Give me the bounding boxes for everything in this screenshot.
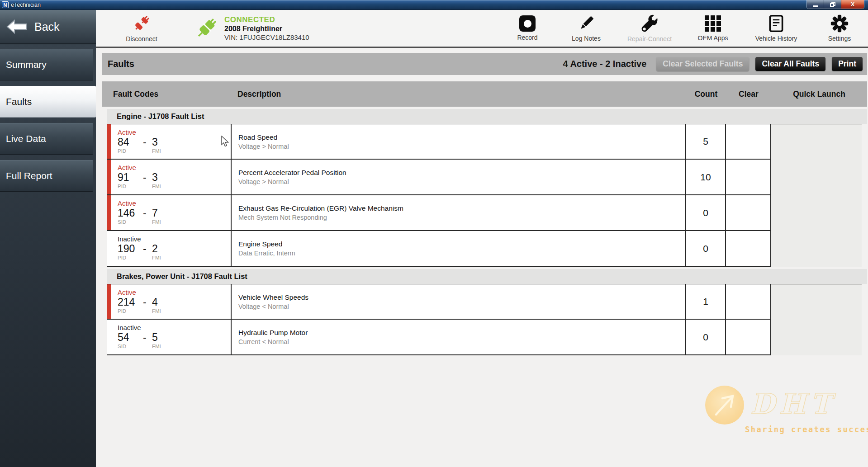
fault-status: Active — [118, 288, 231, 296]
sidebar: Back Summary Faults Live Data Full Repor… — [0, 10, 96, 467]
fault-description-cell: Road Speed Voltage > Normal — [232, 124, 686, 160]
fault-section-rows: Active 214 - 4 PID FMI Vehicle Wheel Spe… — [107, 284, 867, 355]
sidebar-nav: Summary Faults Live Data Full Report — [0, 49, 96, 192]
fault-code: 214 — [118, 296, 143, 308]
fault-status: Active — [118, 199, 231, 207]
repair-connect-button[interactable]: Repair-Connect — [616, 14, 683, 42]
fault-status: Active — [118, 128, 231, 136]
fault-description: Road Speed — [238, 133, 685, 142]
record-icon — [519, 15, 536, 32]
sidebar-item-live-data[interactable]: Live Data — [0, 123, 93, 155]
fault-code-cell: Active 214 - 4 PID FMI — [107, 284, 232, 320]
clear-all-faults-button[interactable]: Clear All Faults — [755, 57, 825, 71]
active-fault-bar — [107, 160, 111, 194]
fault-detail: Mech System Not Responding — [238, 214, 685, 221]
fmi-label: FMI — [152, 344, 161, 349]
close-button[interactable]: X — [841, 0, 864, 9]
column-header-description: Description — [232, 90, 686, 99]
fault-clear-cell[interactable] — [726, 320, 771, 355]
fault-clear-cell[interactable] — [726, 124, 771, 160]
sidebar-item-summary[interactable]: Summary — [0, 49, 93, 80]
fault-description: Engine Speed — [238, 240, 685, 248]
fmi-label: FMI — [152, 184, 161, 189]
fault-description: Hydraulic Pump Motor — [238, 329, 685, 337]
fault-fmi: 5 — [152, 331, 158, 343]
content-area: Disconnect CONNECTED 2008 Freightliner — [96, 10, 868, 467]
fault-section: Brakes, Power Unit - J1708 Fault List Ac… — [107, 269, 867, 355]
print-button[interactable]: Print — [832, 57, 863, 71]
log-notes-button[interactable]: Log Notes — [557, 14, 616, 42]
record-button[interactable]: Record — [498, 14, 557, 42]
oem-apps-button[interactable]: OEM Apps — [683, 14, 742, 42]
clear-selected-faults-button[interactable]: Clear Selected Faults — [656, 57, 749, 71]
window-title: eTechnician — [11, 2, 41, 8]
fault-count-cell: 0 — [686, 195, 726, 231]
active-fault-bar — [107, 124, 111, 159]
sidebar-item-faults[interactable]: Faults — [0, 86, 96, 118]
vehicle-history-button[interactable]: Vehicle History — [742, 14, 810, 42]
restore-button[interactable] — [824, 0, 841, 9]
fault-detail: Voltage < Normal — [238, 303, 685, 310]
page-header: Faults 4 Active - 2 Inactive Clear Selec… — [102, 53, 867, 75]
back-arrow-icon — [6, 19, 27, 34]
minimize-icon — [813, 5, 818, 7]
fault-clear-cell[interactable] — [726, 195, 771, 231]
fault-quick-launch-cell — [771, 160, 862, 195]
fault-detail: Voltage > Normal — [238, 143, 685, 150]
fault-description-cell: Engine Speed Data Erratic, Interm — [232, 231, 686, 267]
fault-status: Active — [118, 164, 231, 171]
code-type-label: PID — [118, 255, 152, 260]
back-button[interactable]: Back — [0, 10, 96, 44]
minimize-button[interactable] — [807, 0, 824, 9]
pencil-icon — [577, 14, 595, 33]
connection-status: CONNECTED — [224, 15, 309, 24]
fault-quick-launch-cell — [771, 195, 862, 231]
fault-fmi: 3 — [152, 171, 158, 183]
fault-quick-launch-cell — [771, 320, 862, 355]
fault-row[interactable]: Active 146 - 7 SID FMI Exhaust Gas Re-Ci… — [107, 195, 867, 231]
fault-count-cell: 0 — [686, 231, 726, 267]
fault-code: 190 — [118, 243, 143, 255]
disconnect-plug-icon — [132, 14, 151, 33]
fault-clear-cell[interactable] — [726, 284, 771, 320]
fault-code: 146 — [118, 207, 143, 219]
column-header-clear: Clear — [726, 90, 771, 99]
vehicle-name: 2008 Freightliner — [224, 25, 309, 33]
fault-fmi: 4 — [152, 296, 158, 308]
fault-clear-cell[interactable] — [726, 160, 771, 195]
fault-description-cell: Hydraulic Pump Motor Current < Normal — [232, 320, 686, 355]
fault-code: 84 — [118, 136, 143, 148]
fault-count-cell: 1 — [686, 284, 726, 320]
fault-count-cell: 10 — [686, 160, 726, 195]
settings-button[interactable]: Settings — [810, 14, 868, 42]
fault-row[interactable]: Active 214 - 4 PID FMI Vehicle Wheel Spe… — [107, 284, 867, 320]
fault-description: Vehicle Wheel Speeds — [238, 293, 685, 302]
fault-description-cell: Vehicle Wheel Speeds Voltage < Normal — [232, 284, 686, 320]
fault-clear-cell[interactable] — [726, 231, 771, 267]
code-type-label: PID — [118, 184, 152, 189]
fault-row[interactable]: Inactive 54 - 5 SID FMI Hydraulic Pump M… — [107, 320, 867, 355]
fault-code-cell: Inactive 190 - 2 PID FMI — [107, 231, 232, 267]
fmi-label: FMI — [152, 148, 161, 154]
fmi-label: FMI — [152, 308, 161, 314]
active-fault-bar — [107, 284, 111, 319]
fault-table-header: Fault Codes Description Count Clear Quic… — [102, 81, 867, 107]
fault-section-header: Engine - J1708 Fault List — [107, 109, 867, 124]
active-fault-bar — [107, 195, 111, 230]
connected-plug-icon — [194, 17, 218, 40]
fault-quick-launch-cell — [771, 124, 862, 160]
toolbar-buttons: Record Log Notes — [498, 14, 868, 42]
fault-row[interactable]: Active 91 - 3 PID FMI Percent Accelerato… — [107, 160, 867, 195]
column-header-quick-launch: Quick Launch — [771, 90, 867, 99]
fault-code: 91 — [118, 171, 143, 183]
fault-status: Inactive — [118, 324, 231, 331]
sidebar-item-full-report[interactable]: Full Report — [0, 160, 93, 192]
fault-description: Percent Accelerator Pedal Position — [238, 169, 685, 177]
fault-row[interactable]: Inactive 190 - 2 PID FMI Engine Speed Da… — [107, 231, 867, 267]
code-type-label: PID — [118, 308, 152, 314]
fault-row[interactable]: Active 84 - 3 PID FMI Road Speed Voltage… — [107, 124, 867, 160]
disconnect-button[interactable]: Disconnect — [117, 14, 166, 42]
fault-status: Inactive — [118, 235, 231, 243]
fault-fmi: 7 — [152, 207, 158, 219]
restore-icon — [830, 2, 835, 7]
